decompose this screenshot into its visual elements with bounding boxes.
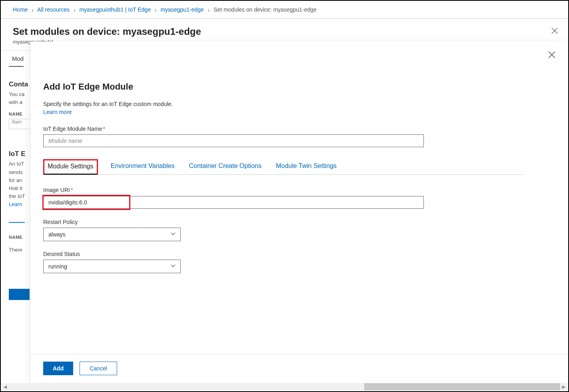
- image-uri-input[interactable]: [43, 196, 424, 209]
- bg-section-title: IoT E: [9, 150, 33, 158]
- panel-description: Specify the settings for an IoT Edge cus…: [43, 101, 555, 107]
- bg-section-title: Conta: [9, 80, 33, 88]
- chevron-right-icon: ›: [32, 7, 34, 13]
- bg-text: the IoT: [9, 193, 33, 200]
- bg-text: sends: [9, 169, 33, 176]
- restart-policy-label: Restart Policy: [43, 219, 555, 225]
- bg-button[interactable]: [9, 289, 30, 300]
- tab-environment-variables[interactable]: Environment Variables: [109, 159, 176, 175]
- bg-column-header: NAME: [9, 112, 33, 116]
- breadcrumb: Home › All resources › myasegpuiothub1 |…: [1, 1, 568, 19]
- module-name-label: IoT Edge Module Name*: [43, 126, 555, 132]
- learn-more-link[interactable]: Learn more: [43, 109, 72, 115]
- tab-module-twin-settings[interactable]: Module Twin Settings: [274, 159, 338, 175]
- bg-empty-text: There: [9, 247, 33, 253]
- image-uri-field: [43, 196, 424, 209]
- breadcrumb-current: Set modules on device: myasegpu1-edge: [214, 6, 317, 13]
- bg-text: for an: [9, 177, 33, 184]
- desired-status-label: Desired Status: [43, 251, 555, 257]
- add-button[interactable]: Add: [43, 362, 73, 375]
- chevron-right-icon: ›: [155, 7, 157, 13]
- scroll-right-arrow-icon[interactable]: ►: [560, 383, 567, 390]
- bg-tab-modules[interactable]: Mod: [9, 52, 24, 67]
- scroll-track[interactable]: [9, 383, 560, 390]
- bg-text: with a: [9, 99, 33, 106]
- app-viewport: Home › All resources › myasegpuiothub1 |…: [0, 0, 569, 392]
- bg-learn-link[interactable]: Learn: [9, 201, 33, 208]
- chevron-down-icon: [171, 231, 176, 238]
- bg-text: Hub ti: [9, 185, 33, 192]
- breadcrumb-iothub[interactable]: myasegpuiothub1 | IoT Edge: [79, 6, 151, 13]
- horizontal-scrollbar[interactable]: ◄ ►: [2, 383, 567, 390]
- panel-footer: Add Cancel: [30, 354, 567, 382]
- image-uri-label: Image URI*: [43, 187, 555, 193]
- panel-close-button[interactable]: [548, 51, 555, 60]
- background-content: Mod Conta You ca with a NAME Nam IoT E A…: [9, 52, 33, 300]
- breadcrumb-edge-device[interactable]: myasegpu1-edge: [160, 6, 204, 13]
- cancel-button[interactable]: Cancel: [80, 362, 117, 375]
- tab-module-settings[interactable]: Module Settings: [43, 159, 98, 175]
- breadcrumb-home[interactable]: Home: [13, 6, 28, 13]
- scroll-thumb[interactable]: [364, 383, 560, 390]
- desired-status-value: running: [48, 263, 67, 270]
- page-title: Set modules on device: myasegpu1-edge: [13, 26, 556, 37]
- bg-column-header: NAME: [9, 235, 33, 240]
- scroll-left-arrow-icon[interactable]: ◄: [2, 383, 9, 390]
- breadcrumb-all-resources[interactable]: All resources: [37, 6, 70, 13]
- bg-text: An IoT: [9, 160, 33, 168]
- panel-tabs: Module Settings Environment Variables Co…: [43, 159, 523, 175]
- bg-text: You ca: [9, 91, 33, 98]
- chevron-down-icon: [171, 263, 176, 270]
- desired-status-select[interactable]: running: [43, 260, 181, 273]
- chevron-right-icon: ›: [208, 7, 210, 13]
- module-name-input[interactable]: [43, 134, 424, 147]
- close-button[interactable]: [551, 28, 558, 35]
- panel-title: Add IoT Edge Module: [43, 82, 555, 92]
- bg-name-input[interactable]: Nam: [9, 119, 31, 129]
- tab-container-create-options[interactable]: Container Create Options: [188, 159, 263, 175]
- restart-policy-select[interactable]: always: [43, 228, 181, 241]
- add-module-panel: Add IoT Edge Module Specify the settings…: [30, 42, 567, 382]
- chevron-right-icon: ›: [74, 7, 76, 13]
- restart-policy-value: always: [48, 231, 66, 238]
